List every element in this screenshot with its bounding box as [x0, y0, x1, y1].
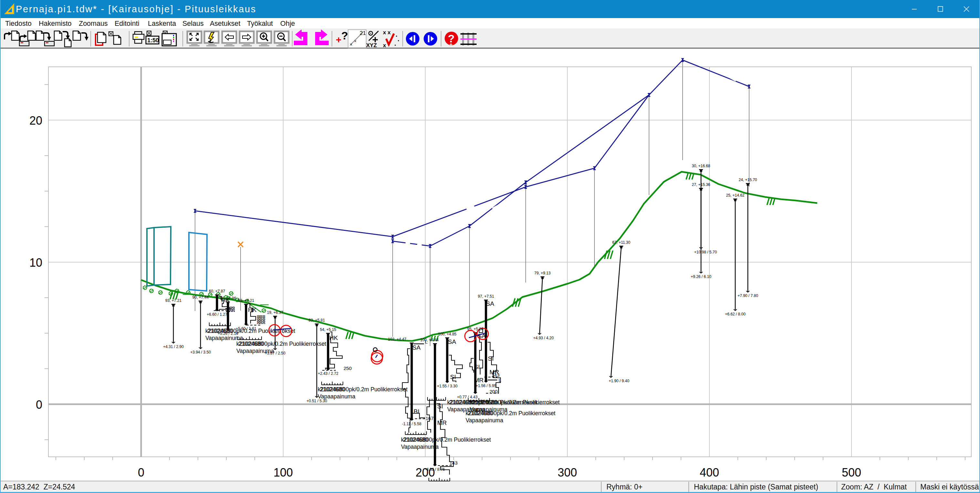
svg-text:L: L — [425, 339, 428, 345]
svg-text:250: 250 — [344, 366, 352, 371]
svg-text:+: + — [336, 34, 342, 45]
svg-text:300: 300 — [558, 466, 577, 479]
svg-text:250: 250 — [232, 306, 235, 312]
svg-text:10: 10 — [29, 256, 42, 269]
svg-text:21024680: 21024680 — [320, 386, 345, 393]
svg-text:Hakutapa: Lähin piste (Samat p: Hakutapa: Lähin piste (Samat pisteet) — [694, 483, 818, 491]
svg-text:+4.93 / 4.20: +4.93 / 4.20 — [533, 336, 554, 340]
svg-text:Editointi: Editointi — [115, 20, 140, 27]
svg-text:Ryhmä: 0+: Ryhmä: 0+ — [606, 483, 643, 491]
svg-text:250: 250 — [227, 306, 230, 312]
svg-text:x: x — [383, 42, 386, 48]
svg-text:100, +4.44: 100, +4.44 — [420, 338, 439, 342]
svg-text:Maski ei käytössä: Maski ei käytössä — [920, 483, 979, 491]
svg-text:+7.90 / 7.80: +7.90 / 7.80 — [738, 293, 758, 298]
svg-text:BI: BI — [414, 408, 420, 415]
svg-text:+6.60 / 1.27: +6.60 / 1.27 — [207, 312, 228, 317]
svg-text:60, +7.87: 60, +7.87 — [209, 289, 225, 293]
svg-text:Vapaapainuma: Vapaapainuma — [466, 417, 503, 424]
svg-text:20: 20 — [29, 114, 42, 127]
svg-text:21024680: 21024680 — [238, 340, 264, 347]
svg-text:SA: SA — [486, 300, 494, 307]
svg-text:Vapaapainuma: Vapaapainuma — [205, 335, 243, 341]
svg-text:Vapaapainuma: Vapaapainuma — [236, 348, 274, 354]
svg-text:102, +4.47: 102, +4.47 — [388, 337, 406, 342]
svg-text:500: 500 — [842, 466, 861, 479]
svg-text:+3.94 / 3.50: +3.94 / 3.50 — [190, 350, 211, 355]
svg-text:Zoom: AZ / Kulmat: Zoom: AZ / Kulmat — [841, 483, 907, 491]
svg-text:Zoomaus: Zoomaus — [79, 20, 108, 27]
svg-text:90, +7.44: 90, +7.44 — [192, 295, 209, 300]
svg-text:Työkalut: Työkalut — [247, 20, 273, 27]
svg-text:79, +9.13: 79, +9.13 — [535, 271, 551, 275]
svg-text:+10.98 / 5.70: +10.98 / 5.70 — [694, 250, 717, 254]
svg-text:0: 0 — [138, 466, 144, 479]
svg-text:30000: 30000 — [257, 315, 260, 324]
svg-text:25, +14.62: 25, +14.62 — [726, 193, 744, 197]
svg-text:Laskenta: Laskenta — [148, 20, 176, 27]
svg-text:?: ? — [341, 29, 348, 41]
svg-text:97, +7.51: 97, +7.51 — [478, 294, 494, 299]
svg-text:SI: SI — [474, 364, 480, 370]
svg-text:Vapaapainuma: Vapaapainuma — [401, 444, 439, 450]
svg-text:+9.26 / 6.10: +9.26 / 6.10 — [691, 274, 711, 279]
svg-text:A=183.242 Z=24.524: A=183.242 Z=24.524 — [3, 483, 75, 491]
svg-text:27, +15.36: 27, +15.36 — [692, 183, 710, 187]
svg-text:67, +11.30: 67, +11.30 — [612, 240, 630, 245]
svg-text:Hakemisto: Hakemisto — [39, 20, 72, 27]
svg-text:+: + — [449, 41, 452, 47]
svg-text:-1.11 / 5.58: -1.11 / 5.58 — [402, 421, 422, 426]
svg-text:MR: MR — [474, 377, 484, 383]
svg-text:+2.43 / 2.72: +2.43 / 2.72 — [318, 371, 339, 376]
svg-text:+1.56 / 5.95: +1.56 / 5.95 — [476, 383, 496, 388]
svg-text:100: 100 — [274, 466, 293, 479]
svg-text:XYZ: XYZ — [366, 42, 377, 48]
svg-text:30000: 30000 — [262, 315, 266, 324]
svg-text:Pernaja.pi1.tdw* - [Kairausohj: Pernaja.pi1.tdw* - [Kairausohje] - Pituu… — [16, 4, 256, 14]
svg-text:21024680: 21024680 — [207, 328, 232, 334]
svg-text:1:50: 1:50 — [147, 37, 159, 44]
svg-text:19, +6.37: 19, +6.37 — [267, 310, 283, 315]
svg-text:Tiedosto: Tiedosto — [5, 20, 32, 27]
svg-text:Vapaapainuma: Vapaapainuma — [318, 393, 355, 400]
svg-text:+1.55 / 3.30: +1.55 / 3.30 — [437, 384, 458, 388]
svg-text:×: × — [354, 39, 356, 44]
svg-text:400: 400 — [700, 466, 719, 479]
svg-text:+4.31 / 2.90: +4.31 / 2.90 — [163, 345, 184, 349]
svg-text:SA: SA — [412, 344, 421, 351]
svg-text:21024680: 21024680 — [468, 410, 493, 417]
svg-text:SI: SI — [488, 355, 494, 362]
svg-text:0: 0 — [36, 398, 42, 411]
svg-text:SA: SA — [448, 338, 456, 345]
svg-text:MR: MR — [437, 419, 447, 426]
svg-text:83, +5.81: 83, +5.81 — [309, 318, 325, 323]
svg-text:+0.77 / 4.43: +0.77 / 4.43 — [457, 395, 477, 399]
svg-text:100, +4.85: 100, +4.85 — [438, 332, 456, 336]
svg-text:Ohje: Ohje — [280, 20, 295, 27]
svg-text:54, +5.15: 54, +5.15 — [320, 328, 336, 332]
svg-text:59, +7.21: 59, +7.21 — [238, 298, 255, 303]
svg-text:Selaus: Selaus — [183, 20, 204, 27]
svg-text:24, +15.70: 24, +15.70 — [738, 178, 757, 182]
svg-text:30, +16.68: 30, +16.68 — [692, 164, 710, 168]
svg-text:21024680: 21024680 — [403, 436, 428, 443]
svg-text:+1.90 / 9.40: +1.90 / 9.40 — [609, 379, 629, 383]
svg-text:21: 21 — [360, 30, 366, 36]
svg-text:×: × — [350, 42, 352, 47]
svg-text:+6.62 / 8.00: +6.62 / 8.00 — [725, 312, 746, 316]
svg-text:Asetukset: Asetukset — [210, 20, 240, 27]
svg-text:21024680: 21024680 — [472, 399, 497, 406]
svg-text:x x: x x — [383, 29, 391, 35]
svg-text:93, +7.21: 93, +7.21 — [165, 298, 182, 303]
